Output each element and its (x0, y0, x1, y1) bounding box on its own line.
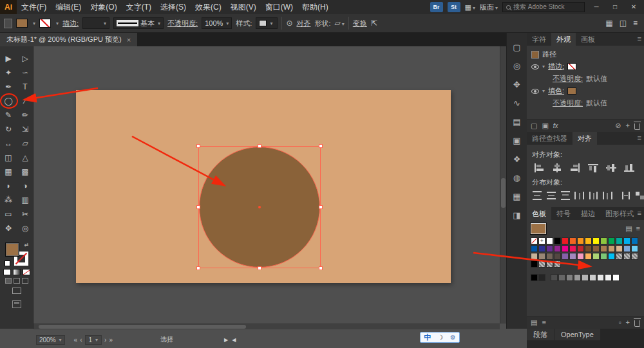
brush-definition-select[interactable]: 基本▾ (113, 17, 164, 29)
delete-swatch-icon[interactable] (634, 320, 640, 327)
swatch-kinds-icon[interactable]: ≡ (542, 319, 545, 326)
close-button[interactable]: ✕ (627, 0, 641, 14)
gradient-panel-icon[interactable]: ◨ (507, 206, 527, 224)
chevron-down-icon[interactable]: ▾ (542, 88, 545, 94)
ime-moon-icon[interactable]: ☽ (438, 334, 444, 341)
swatch[interactable] (582, 274, 589, 281)
stroke-link[interactable]: 描边: (62, 19, 79, 28)
selection-handle[interactable] (319, 144, 323, 148)
align-left-button[interactable] (532, 162, 546, 174)
tab-字符[interactable]: 字符 (527, 33, 551, 46)
transform-panel-icon[interactable]: ✥ (507, 75, 527, 94)
symbol-sprayer-tool[interactable]: ⁂ (0, 193, 17, 207)
swatch[interactable] (585, 245, 592, 252)
visibility-eye-icon[interactable] (531, 89, 539, 94)
workspace-switcher[interactable]: 版面▾ (480, 3, 498, 12)
swatch[interactable] (577, 245, 584, 252)
bottom-tab-OpenType[interactable]: OpenType (554, 329, 600, 340)
align-to-selection-button[interactable] (635, 190, 644, 201)
layers-panel-icon[interactable]: ▤ (507, 113, 527, 131)
swatch[interactable] (546, 253, 553, 260)
grid-view-icon[interactable]: ▦ (605, 19, 612, 28)
swatch[interactable] (608, 237, 615, 244)
swatch[interactable] (592, 245, 600, 252)
distribute-spacing-horizontal-button[interactable] (621, 190, 631, 201)
new-fill-icon[interactable]: ▣ (542, 122, 548, 129)
swatch[interactable] (569, 245, 576, 252)
clear-appearance-icon[interactable]: ⊘ (615, 122, 621, 129)
swatch[interactable] (554, 253, 561, 260)
stock-search-input[interactable]: 搜索 Adobe Stock (502, 2, 585, 12)
color-button[interactable] (3, 269, 11, 275)
artboard-number-select[interactable]: 1▾ (85, 335, 102, 345)
document-tab[interactable]: 未标题-1* @ 200% (RGB/GPU 预览) × (0, 33, 137, 46)
restore-button[interactable]: □ (608, 0, 622, 14)
swatch[interactable] (531, 237, 538, 244)
color-panel-icon[interactable]: ◍ (507, 169, 527, 187)
new-swatch-icon[interactable]: + (626, 319, 630, 326)
menu-item[interactable]: 对象(O) (86, 0, 121, 14)
fill-opacity-row[interactable]: 不透明度: 默认值 (527, 97, 644, 109)
stroke-panel-icon[interactable]: ∿ (507, 94, 527, 113)
swatch[interactable] (562, 253, 569, 260)
shape-builder-tool[interactable]: ◫ (0, 151, 17, 165)
tab-图形样式[interactable]: 图形样式 (600, 207, 639, 220)
previous-artboard-button[interactable]: ‹ (80, 336, 82, 343)
swatch[interactable] (558, 274, 565, 281)
tab-描边[interactable]: 描边 (576, 207, 600, 220)
swatch[interactable] (566, 274, 573, 281)
document-setup-icon[interactable] (4, 19, 12, 28)
zoom-level-select[interactable]: 200%▾ (36, 335, 65, 345)
tab-close-icon[interactable]: × (127, 36, 131, 44)
swatch[interactable] (600, 253, 607, 260)
swatch[interactable] (551, 274, 558, 281)
panel-menu-icon[interactable]: ≡ (638, 35, 641, 42)
appearance-item-row[interactable]: 路径 (527, 48, 644, 60)
magic-wand-tool[interactable]: ✦ (0, 66, 17, 80)
swatch[interactable] (538, 245, 545, 252)
type-tool[interactable]: T (17, 80, 33, 94)
distribute-right-button[interactable] (603, 190, 613, 201)
align-vertical-center-button[interactable] (604, 162, 618, 174)
tab-外观[interactable]: 外观 (551, 33, 576, 46)
artboards-panel-icon[interactable]: ▣ (507, 131, 527, 150)
stroke-weight-select[interactable]: ▾ (82, 17, 109, 29)
stroke-attribute-row[interactable]: ▾ 描边: (527, 60, 644, 73)
default-colors-icon[interactable] (5, 261, 10, 266)
change-screen-mode-button[interactable] (12, 288, 21, 294)
swatch[interactable] (577, 237, 584, 244)
align-top-button[interactable] (586, 162, 600, 174)
direct-selection-tool[interactable]: ▷ (17, 51, 33, 66)
selection-tool[interactable]: ▶ (0, 51, 17, 66)
tab-对齐[interactable]: 对齐 (573, 132, 597, 145)
swatch[interactable] (589, 274, 596, 281)
bridge-button[interactable]: Br (430, 2, 443, 12)
swatch[interactable] (531, 245, 538, 252)
swatch[interactable]: + (538, 237, 545, 244)
draw-inside-button[interactable] (22, 278, 28, 284)
status-scroll-arrows[interactable]: ▶◀ (224, 337, 236, 343)
gradient-button[interactable] (13, 269, 21, 275)
distribute-top-button[interactable] (532, 190, 542, 201)
swatch[interactable] (577, 253, 584, 260)
delete-item-icon[interactable] (634, 124, 640, 130)
swatch[interactable] (531, 261, 538, 268)
swatches-panel-icon[interactable]: ▦ (507, 187, 527, 206)
pen-tool[interactable]: ✒ (0, 80, 17, 94)
stroke-none-swatch[interactable] (567, 63, 576, 70)
stroke-swatch[interactable] (39, 19, 51, 28)
draw-normal-button[interactable] (5, 278, 12, 284)
ime-toolbar[interactable]: 中 ☽ ⚙ (420, 332, 460, 343)
swatch[interactable] (538, 253, 545, 260)
zoom-tool[interactable]: ◎ (17, 221, 33, 235)
swatch[interactable] (623, 253, 630, 260)
swatch[interactable] (562, 245, 569, 252)
new-effect-icon[interactable]: fx (553, 123, 558, 129)
new-color-group-icon[interactable]: ▫ (619, 319, 621, 326)
scale-tool[interactable]: ⇲ (17, 122, 33, 136)
hand-tool[interactable]: ✥ (0, 221, 17, 235)
swatch-libraries-icon[interactable]: ▤ (531, 319, 537, 326)
none-button[interactable] (23, 269, 30, 275)
swatch[interactable] (623, 245, 630, 252)
distribute-vertical-center-button[interactable] (546, 190, 556, 201)
